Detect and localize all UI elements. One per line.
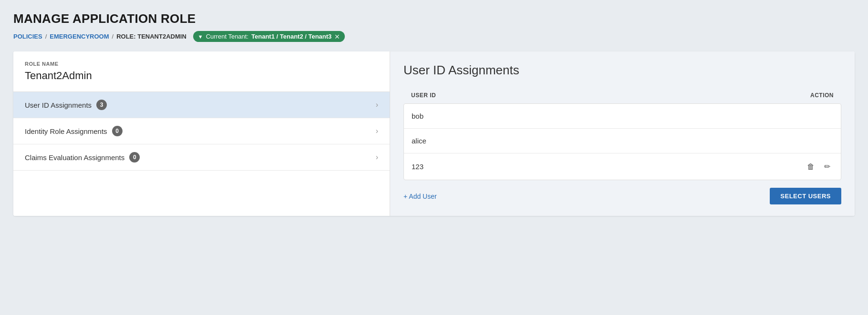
edit-button-123[interactable]: ✏ <box>821 160 833 173</box>
page-title: MANAGE APPLICATION ROLE <box>13 11 855 26</box>
breadcrumb-emergencyroom[interactable]: EMERGENCYROOM <box>50 33 109 40</box>
assignment-item-claims[interactable]: Claims Evaluation Assignments 0 › <box>13 144 390 171</box>
user-id-alice: alice <box>412 137 426 145</box>
tenant-badge: ▼ Current Tenant: Tenant1 / Tenant2 / Te… <box>193 31 345 42</box>
breadcrumb-policies[interactable]: POLICIES <box>13 33 42 40</box>
user-id-123: 123 <box>412 163 424 171</box>
right-panel-title: User ID Assignments <box>403 63 841 78</box>
col-header-action: ACTION <box>810 92 834 99</box>
main-content: ROLE NAME Tenant2Admin User ID Assignmen… <box>13 51 855 216</box>
chevron-icon-claims: › <box>376 153 378 162</box>
user-table: bob alice 123 🗑 ✏ <box>403 103 841 180</box>
left-panel: ROLE NAME Tenant2Admin User ID Assignmen… <box>13 51 390 216</box>
assignment-label-claims: Claims Evaluation Assignments <box>25 153 124 162</box>
count-badge-claims: 0 <box>129 152 140 163</box>
user-id-bob: bob <box>412 112 424 120</box>
assignment-list: User ID Assignments 3 › Identity Role As… <box>13 92 390 171</box>
tenant-close-icon[interactable]: ✕ <box>334 33 340 40</box>
chevron-icon-identity-role: › <box>376 127 378 135</box>
right-panel: User ID Assignments USER ID ACTION bob a… <box>390 51 855 216</box>
table-header: USER ID ACTION <box>403 87 841 103</box>
delete-button-123[interactable]: 🗑 <box>804 161 817 173</box>
filter-icon: ▼ <box>198 34 203 40</box>
col-header-user-id: USER ID <box>411 92 436 99</box>
count-badge-identity-role: 0 <box>112 126 123 136</box>
table-row: alice <box>404 129 841 153</box>
tenant-badge-label: Current Tenant: <box>206 33 248 40</box>
count-badge-user-id: 3 <box>96 100 107 110</box>
role-name-section: ROLE NAME Tenant2Admin <box>13 51 390 92</box>
assignment-item-user-id[interactable]: User ID Assignments 3 › <box>13 92 390 118</box>
role-name-value: Tenant2Admin <box>25 70 378 82</box>
table-row: 123 🗑 ✏ <box>404 153 841 180</box>
breadcrumb-sep-2: / <box>112 33 114 40</box>
assignment-label-identity-role: Identity Role Assignments <box>25 127 107 135</box>
tenant-badge-value: Tenant1 / Tenant2 / Tenant3 <box>251 33 331 40</box>
assignment-item-identity-role[interactable]: Identity Role Assignments 0 › <box>13 118 390 144</box>
breadcrumb: POLICIES / EMERGENCYROOM / ROLE: TENANT2… <box>13 31 855 42</box>
table-row: bob <box>404 104 841 129</box>
chevron-icon-user-id: › <box>376 101 378 109</box>
row-actions-123: 🗑 ✏ <box>804 160 833 173</box>
add-user-link[interactable]: + Add User <box>403 193 437 200</box>
assignment-label-user-id: User ID Assignments <box>25 101 92 109</box>
select-users-button[interactable]: SELECT USERS <box>770 188 841 204</box>
table-footer: + Add User SELECT USERS <box>403 188 841 204</box>
role-name-label: ROLE NAME <box>25 61 378 67</box>
breadcrumb-role: ROLE: TENANT2ADMIN <box>116 33 186 40</box>
breadcrumb-sep-1: / <box>45 33 47 40</box>
